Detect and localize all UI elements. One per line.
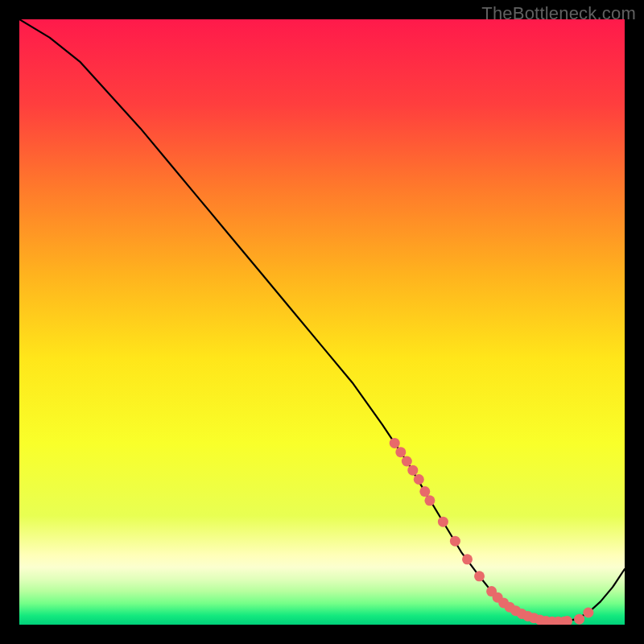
marker-dot: [450, 536, 460, 547]
marker-dot: [395, 447, 406, 457]
marker-dot: [424, 495, 435, 506]
gradient-rect: [19, 19, 625, 625]
marker-dot: [574, 614, 584, 625]
marker-dot: [390, 438, 400, 448]
marker-dot: [462, 554, 473, 564]
marker-dot: [402, 456, 412, 467]
marker-dot: [407, 465, 418, 476]
chart-svg: [19, 19, 625, 625]
plot-area: [19, 19, 625, 625]
marker-dot: [414, 474, 424, 485]
watermark-text: TheBottleneck.com: [481, 3, 636, 24]
marker-dot: [583, 608, 593, 618]
chart-frame: TheBottleneck.com: [0, 0, 644, 644]
marker-dot: [438, 517, 448, 527]
marker-dot: [474, 571, 485, 581]
marker-dot: [419, 486, 430, 497]
